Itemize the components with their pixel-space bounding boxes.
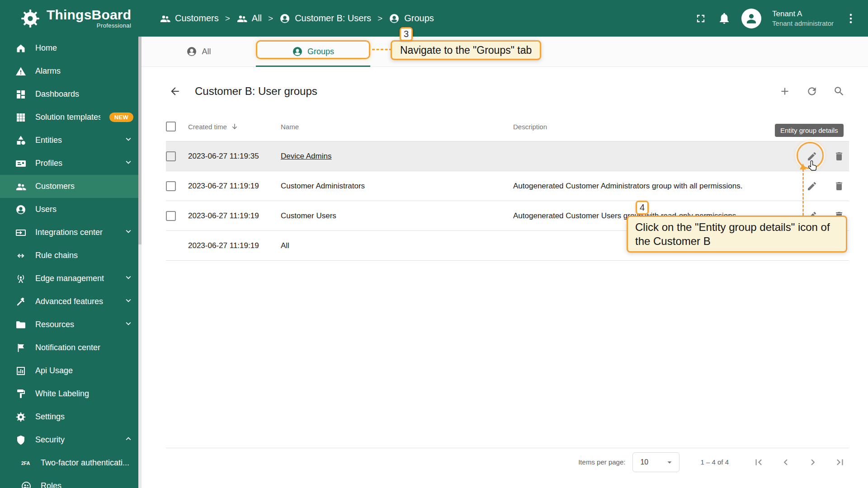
- person-icon: [745, 12, 758, 25]
- kebab-icon: [844, 12, 857, 25]
- mouse-cursor-icon: [807, 160, 819, 172]
- alarm-icon: [15, 66, 26, 77]
- next-page-button[interactable]: [804, 453, 822, 471]
- more-menu-button[interactable]: [844, 12, 857, 25]
- sidebar-item-profiles[interactable]: Profiles: [0, 152, 142, 175]
- trash-icon: [834, 151, 844, 162]
- refresh-button[interactable]: [802, 81, 822, 101]
- notifications-button[interactable]: [718, 12, 731, 25]
- templates-icon: [15, 112, 26, 123]
- group-name-link[interactable]: Customer Administrators: [281, 182, 365, 190]
- column-header-created-time[interactable]: Created time: [188, 122, 281, 131]
- back-button[interactable]: [166, 81, 184, 101]
- page-title: Customer B: User groups: [195, 85, 317, 98]
- row-checkbox[interactable]: [166, 181, 176, 191]
- entity-group-details-button[interactable]: [802, 176, 822, 196]
- sidebar-item-home[interactable]: Home: [0, 37, 142, 60]
- sidebar-item-dashboards[interactable]: Dashboards: [0, 83, 142, 106]
- brand-name: ThingsBoard: [47, 8, 131, 22]
- cell-created-time: 2023-06-27 11:19:35: [188, 152, 281, 161]
- cell-created-time: 2023-06-27 11:19:19: [188, 241, 281, 250]
- chevron-down-icon: [123, 157, 133, 167]
- delete-group-button[interactable]: [829, 146, 849, 166]
- group-name-link[interactable]: Device Admins: [281, 152, 331, 160]
- add-entity-group-button[interactable]: [775, 81, 795, 101]
- group-name-link[interactable]: All: [281, 241, 289, 250]
- table-row[interactable]: 2023-06-27 11:19:19 Customer Administrat…: [166, 171, 849, 201]
- last-page-button[interactable]: [831, 453, 849, 471]
- group-name-link[interactable]: Customer Users: [281, 211, 336, 220]
- user-info: Tenant A Tenant administrator: [772, 9, 834, 28]
- sidebar-item-advanced-features[interactable]: Advanced features: [0, 290, 142, 313]
- row-checkbox[interactable]: [166, 211, 176, 221]
- sidebar-item-api-usage[interactable]: Api Usage: [0, 359, 142, 382]
- thingsboard-logo-icon: [20, 8, 41, 29]
- bell-icon: [718, 12, 731, 25]
- sidebar-item-resources[interactable]: Resources: [0, 313, 142, 336]
- previous-page-button[interactable]: [777, 453, 795, 471]
- step3-callout: Navigate to the "Groups" tab: [391, 40, 541, 60]
- cell-description: Autogenerated Customer Administrators gr…: [513, 182, 781, 191]
- user-name: Tenant A: [772, 9, 834, 19]
- breadcrumb-customer-b-users[interactable]: Customer B: Users: [279, 13, 371, 24]
- api-usage-icon: [15, 366, 26, 376]
- sidebar-item-roles[interactable]: Roles: [0, 474, 142, 488]
- sidebar-item-users[interactable]: Users: [0, 198, 142, 221]
- top-bar: ThingsBoard Professional Customers > All…: [0, 0, 868, 37]
- scrollbar-thumb[interactable]: [138, 37, 142, 244]
- select-all-checkbox[interactable]: [166, 122, 176, 131]
- profiles-icon: [15, 158, 26, 169]
- delete-group-button[interactable]: [829, 176, 849, 196]
- user-icon: [15, 204, 26, 215]
- table-header-row: Created time Name Description: [166, 112, 849, 141]
- avatar[interactable]: [741, 9, 761, 28]
- new-badge: NEW: [109, 113, 133, 122]
- settings-icon: [15, 412, 26, 422]
- sidebar-item-alarms[interactable]: Alarms: [0, 60, 142, 83]
- tab-all[interactable]: All: [142, 37, 256, 66]
- row-checkbox[interactable]: [166, 151, 176, 161]
- breadcrumb-customers[interactable]: Customers: [160, 13, 219, 24]
- breadcrumb-separator: >: [225, 14, 230, 23]
- sidebar-item-security[interactable]: Security: [0, 428, 142, 451]
- sidebar-item-solution-templates[interactable]: Solution templatesNEW: [0, 106, 142, 129]
- sidebar-scrollbar[interactable]: [138, 37, 142, 488]
- search-button[interactable]: [829, 81, 849, 101]
- entities-icon: [15, 135, 26, 146]
- fullscreen-button[interactable]: [694, 12, 707, 25]
- first-page-icon: [753, 456, 764, 468]
- sidebar-item-two-factor-authentication[interactable]: Two-factor authenticati...: [0, 451, 142, 474]
- sidebar-item-white-labeling[interactable]: White Labeling: [0, 382, 142, 405]
- sort-desc-icon: [231, 122, 239, 131]
- top-bar-actions: Tenant A Tenant administrator: [694, 9, 868, 28]
- sidebar-item-customers[interactable]: Customers: [0, 175, 142, 198]
- chevron-right-icon: [807, 456, 819, 468]
- integrations-icon: [15, 227, 26, 238]
- sidebar-item-integrations-center[interactable]: Integrations center: [0, 221, 142, 244]
- sidebar-item-settings[interactable]: Settings: [0, 405, 142, 428]
- items-per-page-select[interactable]: 10: [632, 452, 679, 472]
- sidebar-item-entities[interactable]: Entities: [0, 129, 142, 152]
- table-row[interactable]: 2023-06-27 11:19:35 Device Admins: [166, 141, 849, 171]
- column-header-description[interactable]: Description: [513, 123, 781, 131]
- page-range-label: 1 – 4 of 4: [700, 458, 729, 466]
- items-per-page-label: Items per page:: [578, 458, 625, 466]
- security-icon: [15, 435, 26, 446]
- breadcrumb: Customers > All > Customer B: Users > Gr…: [160, 13, 434, 24]
- step4-callout: Click on the "Entity group details" icon…: [627, 216, 847, 253]
- customers-icon: [15, 181, 26, 192]
- first-page-button[interactable]: [750, 453, 768, 471]
- sidebar-item-notification-center[interactable]: Notification center: [0, 336, 142, 359]
- brand-edition: Professional: [97, 22, 131, 29]
- brand-logo[interactable]: ThingsBoard Professional: [0, 8, 142, 29]
- user-icon: [279, 13, 290, 24]
- notification-icon: [15, 343, 26, 353]
- user-icon: [186, 46, 197, 57]
- sidebar-item-edge-management[interactable]: Edge management: [0, 267, 142, 290]
- breadcrumb-all[interactable]: All: [236, 13, 262, 24]
- pager-controls: [750, 453, 849, 471]
- sidebar-item-rule-chains[interactable]: Rule chains: [0, 244, 142, 267]
- dashboards-icon: [15, 89, 26, 100]
- column-header-name[interactable]: Name: [281, 123, 513, 131]
- breadcrumb-groups[interactable]: Groups: [389, 13, 434, 24]
